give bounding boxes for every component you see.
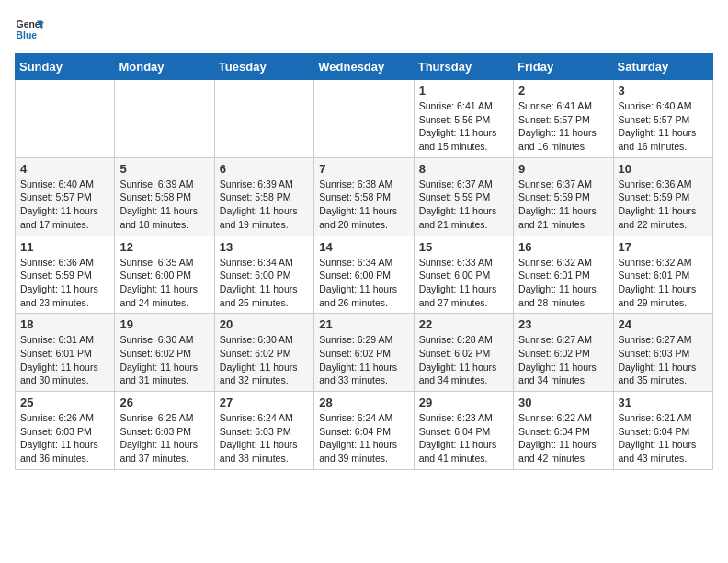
day-info: Sunrise: 6:27 AM Sunset: 6:03 PM Dayligh…: [619, 333, 708, 387]
logo-icon: General Blue: [15, 15, 44, 44]
calendar-week-4: 18Sunrise: 6:31 AM Sunset: 6:01 PM Dayli…: [16, 314, 713, 392]
day-info: Sunrise: 6:30 AM Sunset: 6:02 PM Dayligh…: [119, 333, 209, 387]
calendar-cell: 24Sunrise: 6:27 AM Sunset: 6:03 PM Dayli…: [613, 314, 712, 392]
day-info: Sunrise: 6:34 AM Sunset: 6:00 PM Dayligh…: [319, 256, 408, 310]
logo: General Blue: [15, 15, 44, 44]
day-info: Sunrise: 6:32 AM Sunset: 6:01 PM Dayligh…: [619, 256, 708, 310]
calendar-cell: 8Sunrise: 6:37 AM Sunset: 5:59 PM Daylig…: [414, 157, 513, 236]
calendar-cell: [16, 80, 115, 158]
day-info: Sunrise: 6:25 AM Sunset: 6:03 PM Dayligh…: [119, 411, 209, 465]
day-info: Sunrise: 6:24 AM Sunset: 6:03 PM Dayligh…: [220, 411, 309, 465]
day-number: 22: [419, 317, 508, 331]
day-info: Sunrise: 6:31 AM Sunset: 6:01 PM Dayligh…: [20, 333, 109, 387]
calendar-cell: 13Sunrise: 6:34 AM Sunset: 6:00 PM Dayli…: [214, 236, 313, 314]
day-info: Sunrise: 6:38 AM Sunset: 5:58 PM Dayligh…: [319, 178, 408, 232]
calendar-cell: 17Sunrise: 6:32 AM Sunset: 6:01 PM Dayli…: [613, 236, 712, 314]
day-info: Sunrise: 6:34 AM Sunset: 6:00 PM Dayligh…: [220, 256, 309, 310]
day-info: Sunrise: 6:21 AM Sunset: 6:04 PM Dayligh…: [619, 411, 708, 465]
day-number: 1: [419, 84, 508, 98]
calendar-week-1: 1Sunrise: 6:41 AM Sunset: 5:56 PM Daylig…: [16, 80, 713, 158]
day-number: 4: [20, 162, 109, 176]
day-info: Sunrise: 6:28 AM Sunset: 6:02 PM Dayligh…: [419, 333, 508, 387]
day-number: 14: [319, 240, 408, 254]
day-number: 23: [518, 317, 608, 331]
calendar-cell: [115, 80, 214, 158]
calendar-cell: 10Sunrise: 6:36 AM Sunset: 5:59 PM Dayli…: [613, 157, 712, 236]
day-info: Sunrise: 6:27 AM Sunset: 6:02 PM Dayligh…: [518, 333, 608, 387]
calendar-week-2: 4Sunrise: 6:40 AM Sunset: 5:57 PM Daylig…: [16, 157, 713, 236]
day-number: 31: [619, 396, 708, 409]
day-number: 10: [619, 162, 708, 176]
day-info: Sunrise: 6:37 AM Sunset: 5:59 PM Dayligh…: [518, 178, 608, 232]
day-info: Sunrise: 6:32 AM Sunset: 6:01 PM Dayligh…: [518, 256, 608, 310]
calendar-cell: 30Sunrise: 6:22 AM Sunset: 6:04 PM Dayli…: [514, 392, 613, 470]
calendar-cell: 9Sunrise: 6:37 AM Sunset: 5:59 PM Daylig…: [514, 157, 613, 236]
day-info: Sunrise: 6:23 AM Sunset: 6:04 PM Dayligh…: [419, 411, 508, 465]
calendar-cell: 18Sunrise: 6:31 AM Sunset: 6:01 PM Dayli…: [16, 314, 115, 392]
calendar-cell: 1Sunrise: 6:41 AM Sunset: 5:56 PM Daylig…: [414, 80, 513, 158]
day-info: Sunrise: 6:36 AM Sunset: 5:59 PM Dayligh…: [619, 178, 708, 232]
day-number: 7: [319, 162, 408, 176]
day-number: 16: [518, 240, 608, 254]
day-info: Sunrise: 6:30 AM Sunset: 6:02 PM Dayligh…: [220, 333, 309, 387]
day-number: 15: [419, 240, 508, 254]
day-info: Sunrise: 6:36 AM Sunset: 5:59 PM Dayligh…: [20, 256, 109, 310]
svg-text:Blue: Blue: [17, 30, 38, 40]
day-number: 26: [119, 396, 209, 409]
calendar-cell: [214, 80, 313, 158]
day-info: Sunrise: 6:37 AM Sunset: 5:59 PM Dayligh…: [419, 178, 508, 232]
calendar-cell: 2Sunrise: 6:41 AM Sunset: 5:57 PM Daylig…: [514, 80, 613, 158]
day-info: Sunrise: 6:22 AM Sunset: 6:04 PM Dayligh…: [518, 411, 608, 465]
day-info: Sunrise: 6:40 AM Sunset: 5:57 PM Dayligh…: [619, 99, 708, 154]
calendar-cell: 27Sunrise: 6:24 AM Sunset: 6:03 PM Dayli…: [214, 392, 313, 470]
calendar-cell: 31Sunrise: 6:21 AM Sunset: 6:04 PM Dayli…: [613, 392, 712, 470]
calendar-cell: 22Sunrise: 6:28 AM Sunset: 6:02 PM Dayli…: [414, 314, 513, 392]
day-info: Sunrise: 6:33 AM Sunset: 6:00 PM Dayligh…: [419, 256, 508, 310]
calendar-week-5: 25Sunrise: 6:26 AM Sunset: 6:03 PM Dayli…: [16, 392, 713, 470]
day-info: Sunrise: 6:24 AM Sunset: 6:04 PM Dayligh…: [319, 411, 408, 465]
calendar-cell: 15Sunrise: 6:33 AM Sunset: 6:00 PM Dayli…: [414, 236, 513, 314]
day-number: 27: [220, 396, 309, 409]
calendar-cell: 19Sunrise: 6:30 AM Sunset: 6:02 PM Dayli…: [115, 314, 214, 392]
calendar-cell: 29Sunrise: 6:23 AM Sunset: 6:04 PM Dayli…: [414, 392, 513, 470]
calendar-cell: 25Sunrise: 6:26 AM Sunset: 6:03 PM Dayli…: [16, 392, 115, 470]
calendar-cell: 16Sunrise: 6:32 AM Sunset: 6:01 PM Dayli…: [514, 236, 613, 314]
calendar-cell: 11Sunrise: 6:36 AM Sunset: 5:59 PM Dayli…: [16, 236, 115, 314]
calendar-cell: 23Sunrise: 6:27 AM Sunset: 6:02 PM Dayli…: [514, 314, 613, 392]
day-number: 13: [220, 240, 309, 254]
calendar-cell: 14Sunrise: 6:34 AM Sunset: 6:00 PM Dayli…: [314, 236, 414, 314]
day-number: 20: [220, 317, 309, 331]
calendar-cell: 3Sunrise: 6:40 AM Sunset: 5:57 PM Daylig…: [613, 80, 712, 158]
day-header-friday: Friday: [514, 54, 613, 80]
day-header-monday: Monday: [115, 54, 214, 80]
calendar-cell: 20Sunrise: 6:30 AM Sunset: 6:02 PM Dayli…: [214, 314, 313, 392]
day-header-tuesday: Tuesday: [214, 54, 313, 80]
calendar-cell: 28Sunrise: 6:24 AM Sunset: 6:04 PM Dayli…: [314, 392, 414, 470]
calendar-cell: 7Sunrise: 6:38 AM Sunset: 5:58 PM Daylig…: [314, 157, 414, 236]
calendar-cell: 21Sunrise: 6:29 AM Sunset: 6:02 PM Dayli…: [314, 314, 414, 392]
day-number: 24: [619, 317, 708, 331]
day-info: Sunrise: 6:39 AM Sunset: 5:58 PM Dayligh…: [220, 178, 309, 232]
day-number: 3: [619, 84, 708, 98]
day-number: 29: [419, 396, 508, 409]
day-number: 5: [119, 162, 209, 176]
day-number: 12: [119, 240, 209, 254]
calendar-week-3: 11Sunrise: 6:36 AM Sunset: 5:59 PM Dayli…: [16, 236, 713, 314]
day-number: 19: [119, 317, 209, 331]
day-number: 9: [518, 162, 608, 176]
day-info: Sunrise: 6:26 AM Sunset: 6:03 PM Dayligh…: [20, 411, 109, 465]
day-number: 30: [518, 396, 608, 409]
calendar-header-row: SundayMondayTuesdayWednesdayThursdayFrid…: [16, 54, 713, 80]
day-info: Sunrise: 6:41 AM Sunset: 5:57 PM Dayligh…: [518, 99, 608, 154]
day-header-thursday: Thursday: [414, 54, 513, 80]
calendar-cell: 5Sunrise: 6:39 AM Sunset: 5:58 PM Daylig…: [115, 157, 214, 236]
day-info: Sunrise: 6:41 AM Sunset: 5:56 PM Dayligh…: [419, 99, 508, 154]
day-number: 2: [518, 84, 608, 98]
day-number: 21: [319, 317, 408, 331]
calendar-cell: 12Sunrise: 6:35 AM Sunset: 6:00 PM Dayli…: [115, 236, 214, 314]
calendar-cell: [314, 80, 414, 158]
day-number: 6: [220, 162, 309, 176]
day-number: 18: [20, 317, 109, 331]
calendar-cell: 4Sunrise: 6:40 AM Sunset: 5:57 PM Daylig…: [16, 157, 115, 236]
day-header-saturday: Saturday: [613, 54, 712, 80]
